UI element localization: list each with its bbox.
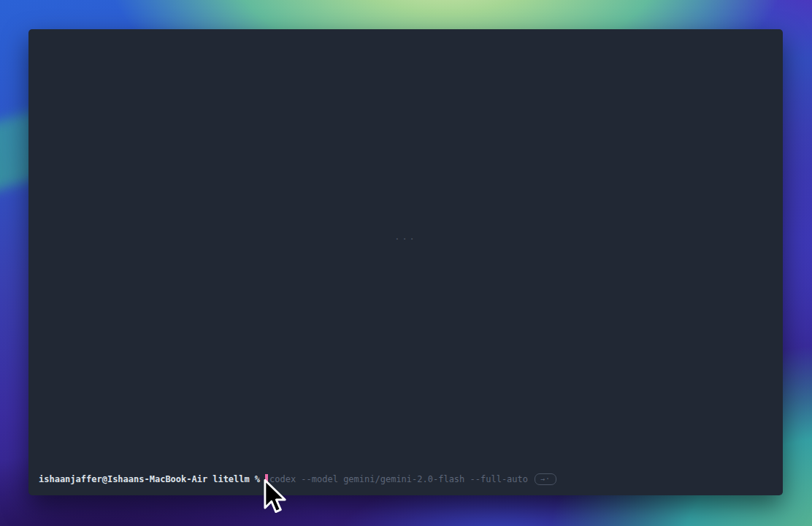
tab-hint-badge: →· [535,473,556,485]
prompt-line[interactable]: ishaanjaffer@Ishaans-MacBook-Air litellm… [39,473,773,485]
text-cursor [265,474,268,484]
prompt-directory: litellm [212,473,250,485]
terminal-window[interactable]: ··· ishaanjaffer@Ishaans-MacBook-Air lit… [28,29,783,495]
prompt-user-host: ishaanjaffer@Ishaans-MacBook-Air [39,473,207,485]
loading-indicator: ··· [394,234,417,244]
prompt-symbol: % [255,473,260,485]
autosuggestion-text: codex --model gemini/gemini-2.0-flash --… [269,473,528,485]
